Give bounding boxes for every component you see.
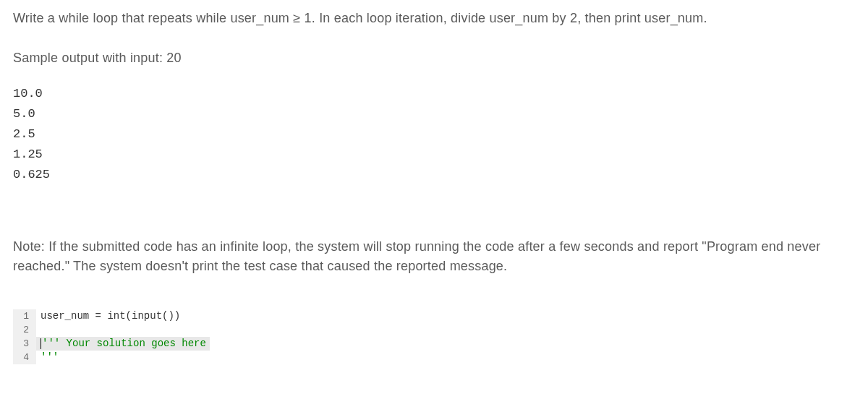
code-editor[interactable]: 1user_num = int(input())23''' Your solut…: [13, 309, 855, 364]
code-content[interactable]: user_num = int(input()): [36, 309, 180, 323]
sample-output-block: 10.0 5.0 2.5 1.25 0.625: [13, 84, 855, 185]
code-content[interactable]: ''' Your solution goes here ''': [36, 337, 210, 351]
note-text: Note: If the submitted code has an infin…: [13, 237, 855, 276]
text-cursor: [41, 338, 41, 349]
code-line[interactable]: 1user_num = int(input()): [13, 309, 855, 323]
line-number: 4: [13, 351, 36, 364]
line-number: 2: [13, 323, 36, 337]
code-content[interactable]: [36, 351, 41, 364]
problem-instruction: Write a while loop that repeats while us…: [13, 9, 855, 28]
line-number: 1: [13, 309, 36, 323]
code-content[interactable]: [36, 323, 41, 337]
code-line[interactable]: 4: [13, 351, 855, 364]
code-line[interactable]: 2: [13, 323, 855, 337]
code-token: user_num = int(input()): [41, 310, 180, 322]
line-number: 3: [13, 337, 36, 351]
sample-output-label: Sample output with input: 20: [13, 48, 855, 68]
code-line[interactable]: 3''' Your solution goes here ''': [13, 337, 855, 351]
